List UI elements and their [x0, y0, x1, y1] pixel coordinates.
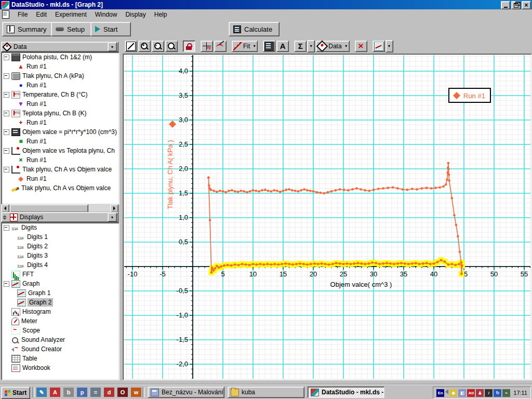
show-desktop-icon[interactable]: ✎	[36, 388, 47, 397]
collapse-toggle[interactable]	[4, 73, 9, 79]
agent-icon[interactable]: ♟	[476, 389, 484, 397]
tree-item[interactable]: Temperature, Ch B (°C)	[2, 90, 119, 99]
close-button[interactable]: ×	[522, 1, 531, 9]
tree-item[interactable]: Tlak plynu, Ch A (kPa)	[2, 71, 119, 81]
power-icon[interactable]: /	[485, 389, 493, 397]
modem-icon[interactable]: ⌁	[502, 389, 510, 397]
task-button[interactable]: kuba	[228, 387, 304, 398]
lock-axes-button[interactable]	[183, 41, 195, 52]
delete-button[interactable]: ×	[355, 41, 367, 52]
collapse-toggle[interactable]	[4, 167, 9, 172]
drive-clock-icon[interactable]: ◧	[458, 389, 466, 397]
scroll-left-button[interactable]	[1, 204, 9, 212]
calculator-icon[interactable]: =	[90, 388, 101, 397]
tree-item[interactable]: Digits 2	[2, 242, 119, 251]
tree-item[interactable]: Teplota plynu, Ch B (K)	[2, 109, 119, 118]
tree-item[interactable]: Graph 1	[2, 288, 119, 298]
displays-panel-header[interactable]: Displays ▼	[1, 212, 118, 222]
task-button[interactable]: Bez_názvu - Malování	[148, 387, 224, 398]
ati-icon[interactable]: Ati	[467, 389, 475, 397]
tree-item[interactable]: Graph	[2, 279, 119, 288]
tree-item[interactable]: Objem valce vs Teplota plynu, Ch	[2, 146, 119, 155]
text-annotation-button[interactable]: A	[276, 41, 289, 52]
zoom-select-button[interactable]: +	[165, 41, 178, 52]
scroll-right-button[interactable]	[110, 204, 118, 212]
menu-help[interactable]: Help	[150, 10, 171, 19]
start-button[interactable]: Start	[90, 22, 131, 36]
displays-dropdown-button[interactable]: ▼	[108, 212, 117, 222]
tree-item[interactable]: ▼Run #1	[2, 99, 119, 109]
statistics-button-dropdown[interactable]: ▼	[307, 40, 315, 52]
tree-item[interactable]: ×Run #1	[2, 155, 119, 165]
smart-tool-button[interactable]	[201, 41, 213, 52]
acrobat-icon[interactable]: A	[50, 388, 60, 397]
scheduler-icon[interactable]: ◆	[449, 389, 457, 397]
fit-menu-button[interactable]: Fit▼	[232, 41, 258, 52]
menu-display[interactable]: Display	[121, 10, 150, 19]
collapse-toggle[interactable]	[4, 111, 9, 116]
winamp-icon[interactable]: w	[131, 388, 141, 397]
bird-icon[interactable]: b	[63, 388, 74, 397]
document-icon[interactable]	[2, 10, 9, 19]
update-icon[interactable]: ↻	[494, 389, 501, 397]
menu-edit[interactable]: Edit	[32, 10, 51, 19]
restore-button[interactable]	[511, 1, 521, 9]
collapse-toggle[interactable]	[4, 55, 9, 60]
tree-item[interactable]: Histogram	[2, 307, 119, 316]
tree-item[interactable]: Poloha pistu, Ch 1&2 (m)	[2, 52, 119, 62]
tree-item[interactable]: Tlak plynu, Ch A vs Objem valce	[2, 183, 119, 193]
scroll-thumb[interactable]	[9, 204, 88, 212]
tree-item[interactable]: Scope	[2, 326, 119, 335]
menu-experiment[interactable]: Experiment	[51, 10, 91, 19]
collapse-toggle[interactable]	[4, 225, 9, 231]
tree-item[interactable]: Meter	[2, 316, 119, 326]
volume-icon[interactable]	[445, 389, 448, 394]
slope-tool-button[interactable]	[214, 41, 227, 52]
tree-item[interactable]: Digits 1	[2, 232, 119, 242]
tree-item[interactable]: Digits	[2, 223, 119, 232]
tree-item[interactable]: ●Run #1	[2, 81, 119, 90]
scale-to-fit-button[interactable]	[125, 41, 137, 52]
calculate-button[interactable]: Calculate	[229, 22, 280, 36]
summary-button[interactable]: Summary	[2, 22, 56, 36]
tree-item[interactable]: FFT	[2, 270, 119, 279]
tree-item[interactable]: Sound Creator	[2, 344, 119, 354]
tree-item[interactable]: Digits 4	[2, 260, 119, 270]
opera-icon[interactable]: O	[117, 388, 128, 397]
collapse-toggle[interactable]	[4, 92, 9, 98]
tree-item[interactable]: Tlak plynu, Ch A vs Objem valce	[2, 165, 119, 174]
collapse-toggle[interactable]	[4, 148, 9, 154]
language-indicator[interactable]: En	[436, 389, 444, 397]
zoom-in-button[interactable]: +	[138, 41, 151, 52]
tree-item[interactable]: ■Run #1	[2, 137, 119, 146]
graph-settings-button[interactable]	[373, 41, 385, 52]
graph-canvas[interactable]: -10-55101520253035404550554,03,53,02,52,…	[124, 55, 530, 379]
tree-item[interactable]: +Run #1	[2, 118, 119, 127]
collapse-toggle[interactable]	[4, 129, 9, 135]
tree-item[interactable]: Objem valce = pi*r*r*y*100 (cm^3)	[2, 127, 119, 137]
paint-icon[interactable]: p	[77, 388, 87, 397]
minimize-button[interactable]	[501, 1, 510, 9]
graph-settings-button-dropdown[interactable]: ▼	[385, 40, 393, 52]
collapse-toggle[interactable]	[4, 281, 9, 287]
tree-item[interactable]: Table	[2, 354, 119, 363]
tree-item[interactable]: Sound Analyzer	[2, 335, 119, 344]
task-button[interactable]: DataStudio - mkl.ds - ...	[308, 387, 384, 398]
start-menu-button[interactable]: Start	[1, 387, 30, 399]
data-panel-header[interactable]: Data ▼	[1, 42, 118, 52]
data-dropdown-button[interactable]: ▼	[108, 42, 117, 51]
data-menu-button[interactable]: Data▼	[316, 41, 349, 52]
dragon-icon[interactable]: d	[104, 388, 114, 397]
tree-item[interactable]: ▲Run #1	[2, 62, 119, 71]
tree-item[interactable]: Graph 2	[2, 298, 119, 307]
tree-item[interactable]: Workbook	[2, 363, 119, 373]
menu-file[interactable]: File	[14, 10, 32, 19]
calculator-button[interactable]	[263, 41, 275, 52]
tree-item[interactable]: ◆Run #1	[2, 174, 119, 183]
splitter-handle[interactable]	[3, 215, 7, 220]
statistics-button[interactable]: Σ	[294, 41, 307, 52]
zoom-out-button[interactable]: -	[152, 41, 164, 52]
menu-window[interactable]: Window	[91, 10, 122, 19]
data-tree-hscrollbar[interactable]	[1, 204, 118, 211]
setup-button[interactable]: Setup	[51, 22, 95, 36]
